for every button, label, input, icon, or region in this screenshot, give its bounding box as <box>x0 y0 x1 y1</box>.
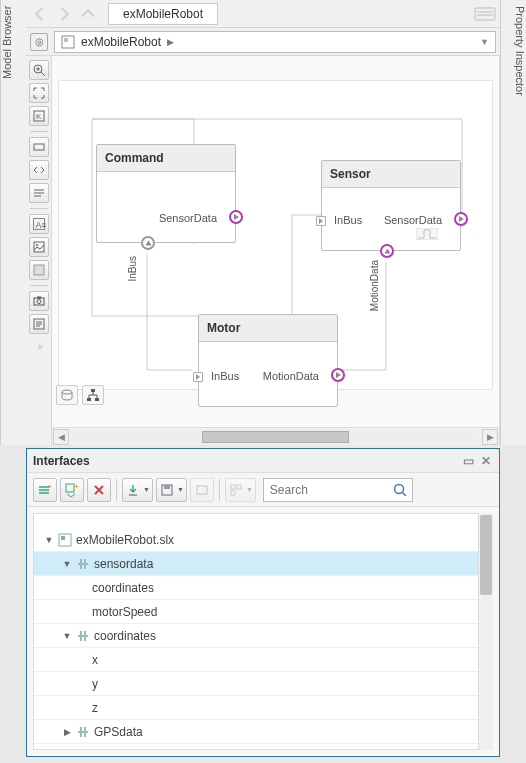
port-label: InBus <box>211 370 239 382</box>
vscrollbar[interactable] <box>479 513 493 750</box>
breadcrumb[interactable]: exMobileRobot ▶ ▼ <box>54 31 496 53</box>
inport-inbus[interactable] <box>316 216 326 226</box>
tree-row-motorspeed[interactable]: motorSpeed <box>34 600 478 624</box>
search-icon[interactable] <box>392 482 408 498</box>
target-icon[interactable]: ◎ <box>30 33 48 51</box>
svg-rect-45 <box>61 536 65 540</box>
svg-line-6 <box>41 72 45 76</box>
add-interface-button[interactable]: + <box>33 478 57 502</box>
tree-file-row[interactable]: ▼ exMobileRobot.slx <box>34 528 478 552</box>
svg-rect-48 <box>78 563 88 565</box>
expand-icon[interactable]: ▼ <box>62 631 72 641</box>
expand-icon[interactable]: ▼ <box>44 535 54 545</box>
canvas[interactable]: Command SensorData InBus Sensor <box>52 56 500 445</box>
bus-icon <box>76 629 90 643</box>
outport-sensordata[interactable] <box>454 212 468 226</box>
property-inspector-rail[interactable]: Property Inspector <box>500 0 526 445</box>
panel-title: Interfaces <box>33 454 90 468</box>
bus-icon <box>76 725 90 739</box>
camera-icon[interactable] <box>29 291 49 311</box>
close-icon[interactable]: ✕ <box>479 454 493 468</box>
svg-point-18 <box>36 244 38 246</box>
interface-tree[interactable]: ▼ exMobileRobot.slx ▼ sensordata coordin… <box>33 513 479 750</box>
forward-icon[interactable] <box>54 4 74 24</box>
svg-text:+: + <box>47 482 52 491</box>
tree-row-coordinates-parent[interactable]: ▼ coordinates <box>34 624 478 648</box>
keyboard-icon[interactable] <box>474 6 496 22</box>
fit-icon[interactable] <box>29 83 49 103</box>
search-input[interactable] <box>268 482 392 498</box>
up-icon[interactable] <box>78 4 98 24</box>
delete-button[interactable] <box>87 478 111 502</box>
inport-bottom[interactable] <box>141 236 155 250</box>
tree-row-z[interactable]: z <box>34 696 478 720</box>
expand-icon[interactable]: ▶ <box>62 727 72 737</box>
rect-icon[interactable] <box>29 137 49 157</box>
code-icon[interactable] <box>29 160 49 180</box>
inport-inbus[interactable] <box>193 372 203 382</box>
signal-glyph-icon <box>416 228 438 240</box>
report-icon[interactable] <box>29 314 49 334</box>
tree-row-sensordata[interactable]: ▼ sensordata <box>34 552 478 576</box>
tree-row-x[interactable]: x <box>34 648 478 672</box>
tree-row-gpsdata[interactable]: ▶ GPSdata <box>34 720 478 744</box>
a-icon[interactable]: A≡ <box>29 214 49 234</box>
svg-point-42 <box>394 484 403 493</box>
db-icon[interactable] <box>56 385 78 405</box>
model-browser-rail[interactable]: Model Browser <box>0 0 26 445</box>
block-title: Motor <box>199 315 337 342</box>
svg-rect-37 <box>164 485 170 489</box>
outport-sensordata[interactable] <box>229 210 243 224</box>
block-sensor[interactable]: Sensor InBus SensorData <box>321 160 461 251</box>
port-label: MotionData <box>263 370 319 382</box>
chevron-down-icon[interactable]: ▼ <box>480 37 489 47</box>
outport-motiondata[interactable] <box>331 368 345 382</box>
text-icon[interactable] <box>29 183 49 203</box>
scroll-left-icon[interactable]: ◀ <box>53 429 69 445</box>
bus-label: MotionData <box>369 260 380 311</box>
svg-rect-38 <box>197 486 207 494</box>
import-button[interactable]: ▼ <box>122 478 153 502</box>
tree-row-coordinates[interactable]: coordinates <box>34 576 478 600</box>
svg-line-43 <box>402 492 406 496</box>
svg-rect-39 <box>231 485 235 489</box>
hierarchy-icon[interactable] <box>82 385 104 405</box>
svg-rect-22 <box>37 297 41 299</box>
back-icon[interactable] <box>30 4 50 24</box>
search-box[interactable] <box>263 478 413 502</box>
canvas-mini-toolbar <box>56 385 104 405</box>
breadcrumb-root: exMobileRobot <box>81 35 161 49</box>
save-dict-button[interactable]: ▼ <box>156 478 187 502</box>
tool-palette: K A≡ 〃 <box>26 56 52 445</box>
annotate-icon[interactable]: K <box>29 106 49 126</box>
grip-icon[interactable]: 〃 <box>34 341 43 355</box>
fill-icon[interactable] <box>29 260 49 280</box>
interfaces-toolbar: + + ▼ ▼ ▼ <box>27 473 499 507</box>
block-command[interactable]: Command SensorData <box>96 144 236 243</box>
panel-title-bar[interactable]: Interfaces ▭ ✕ <box>27 449 499 473</box>
svg-rect-29 <box>91 389 95 392</box>
minimize-icon[interactable]: ▭ <box>461 454 475 468</box>
hscrollbar[interactable]: ◀ ▶ <box>52 427 499 445</box>
port-label: InBus <box>334 214 362 226</box>
scroll-right-icon[interactable]: ▶ <box>482 429 498 445</box>
zoom-in-icon[interactable] <box>29 60 49 80</box>
svg-rect-11 <box>34 144 44 150</box>
tree-row-y[interactable]: y <box>34 672 478 696</box>
svg-point-28 <box>62 390 72 394</box>
port-label: SensorData <box>159 212 217 224</box>
svg-rect-30 <box>87 398 91 401</box>
model-tab[interactable]: exMobileRobot <box>108 3 218 25</box>
inport-motiondata[interactable] <box>380 244 394 258</box>
svg-text:+: + <box>74 482 79 491</box>
svg-rect-31 <box>95 398 99 401</box>
expand-icon[interactable]: ▼ <box>62 559 72 569</box>
svg-rect-4 <box>64 38 68 42</box>
block-motor[interactable]: Motor InBus MotionData <box>198 314 338 407</box>
breadcrumb-bar: ◎ exMobileRobot ▶ ▼ <box>26 28 500 56</box>
image-icon[interactable] <box>29 237 49 257</box>
svg-text:K: K <box>36 112 42 121</box>
svg-text:A≡: A≡ <box>35 220 46 230</box>
add-element-button[interactable]: + <box>60 478 84 502</box>
svg-rect-51 <box>78 635 88 637</box>
